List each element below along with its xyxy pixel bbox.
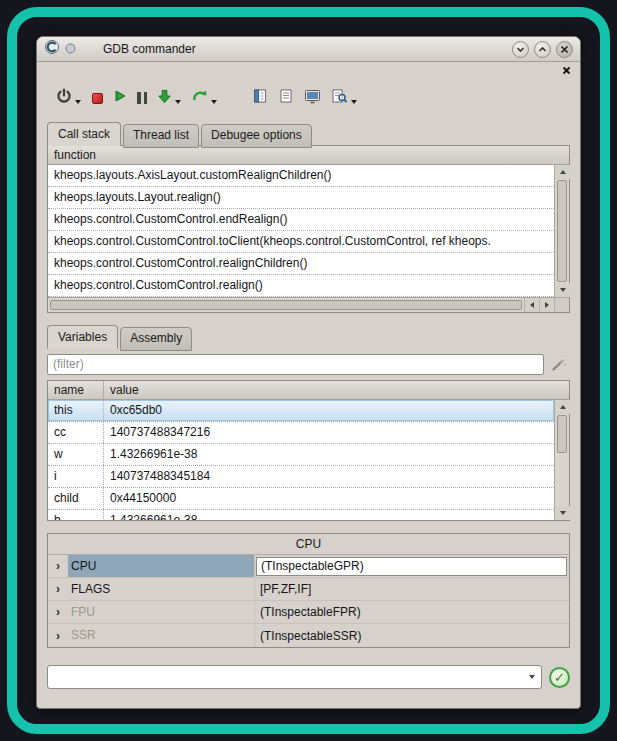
callstack-row[interactable]: kheops.layouts.Layout.realign() xyxy=(48,187,554,209)
scrollbar-track[interactable] xyxy=(555,454,569,506)
callstack-tabbar: Call stack Thread list Debugee options xyxy=(47,122,580,145)
tab-thread-list[interactable]: Thread list xyxy=(123,124,199,148)
column-header-value[interactable]: value xyxy=(104,381,145,399)
document-lines-icon xyxy=(278,88,294,108)
book-page-icon xyxy=(252,88,268,108)
variables-list: this 0xc65db0 cc 140737488347216 w 1.432… xyxy=(48,400,554,520)
expand-chevron-icon[interactable]: › xyxy=(48,601,68,623)
variable-value: 1.43266961e-38 xyxy=(104,510,554,520)
column-header-name[interactable]: name xyxy=(48,381,104,399)
power-icon xyxy=(56,88,72,108)
scroll-right-icon[interactable] xyxy=(539,298,554,312)
register-group-name[interactable]: CPU xyxy=(68,555,254,577)
combobox-dropdown-icon[interactable] xyxy=(523,666,541,688)
continue-dropdown-icon[interactable] xyxy=(211,100,217,104)
titlebar-menu-icon[interactable] xyxy=(65,40,76,58)
variable-row[interactable]: cc 140737488347216 xyxy=(48,422,554,444)
variable-name: w xyxy=(48,444,104,465)
tab-debugee-options[interactable]: Debugee options xyxy=(201,124,312,148)
variable-value: 1.43266961e-38 xyxy=(104,444,554,465)
register-group-name[interactable]: FPU xyxy=(68,601,254,623)
scrollbar-thumb[interactable] xyxy=(557,180,567,282)
scroll-down-icon[interactable] xyxy=(555,283,570,297)
find-magnifier-icon xyxy=(331,88,348,108)
power-dropdown-icon[interactable] xyxy=(75,100,81,104)
expand-chevron-icon[interactable]: › xyxy=(48,555,68,577)
callstack-row[interactable]: kheops.control.CustomControl.endRealign(… xyxy=(48,209,554,231)
filter-wand-icon[interactable] xyxy=(548,353,570,375)
debugger-toolbar xyxy=(37,80,580,116)
expand-chevron-icon[interactable]: › xyxy=(48,578,68,600)
gdb-commander-window: GDB commander xyxy=(36,36,581,709)
cpu-row[interactable]: › FLAGS [PF,ZF,IF] xyxy=(48,578,569,601)
register-group-value: (TInspectableFPR) xyxy=(254,601,569,623)
confirm-button[interactable]: ✓ xyxy=(549,667,570,688)
desktop-background: { "window": { "title": "GDB commander" }… xyxy=(0,0,617,741)
register-group-value: [PF,ZF,IF] xyxy=(254,578,569,600)
tab-call-stack[interactable]: Call stack xyxy=(47,122,121,146)
register-group-name[interactable]: FLAGS xyxy=(68,578,254,600)
shade-button[interactable] xyxy=(512,41,529,58)
variable-name: this xyxy=(48,400,104,421)
callstack-row[interactable]: kheops.control.CustomControl.toClient(kh… xyxy=(48,231,554,253)
register-group-value: (TInspectableSSR) xyxy=(254,624,569,647)
continue-curved-arrow-icon xyxy=(192,88,208,108)
run-button[interactable] xyxy=(111,86,129,110)
variable-name: cc xyxy=(48,422,104,443)
register-value-field[interactable]: (TInspectableGPR) xyxy=(256,557,567,576)
cpu-panel: CPU › CPU (TInspectableGPR) › FLAGS [PF,… xyxy=(47,533,570,648)
variables-vertical-scrollbar[interactable] xyxy=(554,400,569,520)
unshade-button[interactable] xyxy=(534,41,551,58)
stop-button[interactable] xyxy=(90,86,105,110)
cpu-row[interactable]: › CPU (TInspectableGPR) xyxy=(48,555,569,578)
callstack-horizontal-scrollbar[interactable] xyxy=(48,297,569,312)
step-dropdown-icon[interactable] xyxy=(175,100,181,104)
dock-close-button[interactable] xyxy=(562,61,571,79)
titlebar[interactable]: GDB commander xyxy=(37,37,580,62)
find-dropdown-icon[interactable] xyxy=(351,100,357,104)
step-button[interactable] xyxy=(155,86,184,110)
scroll-up-icon[interactable] xyxy=(555,400,570,414)
command-bar: ✓ xyxy=(47,665,570,689)
expand-chevron-icon[interactable]: › xyxy=(48,624,68,647)
stop-icon xyxy=(92,93,103,104)
cpu-panel-title: CPU xyxy=(48,534,569,555)
callstack-row[interactable]: kheops.layouts.AxisLayout.customRealignC… xyxy=(48,165,554,187)
variables-filter-row xyxy=(47,352,570,376)
cpu-row[interactable]: › SSR (TInspectableSSR) xyxy=(48,624,569,647)
scroll-left-icon[interactable] xyxy=(524,298,539,312)
dock-header xyxy=(37,62,580,78)
close-window-button[interactable] xyxy=(556,41,573,58)
pause-button[interactable] xyxy=(135,86,149,110)
scroll-up-icon[interactable] xyxy=(555,165,570,179)
command-input[interactable] xyxy=(48,670,523,684)
tab-assembly[interactable]: Assembly xyxy=(120,327,192,351)
step-down-arrow-icon xyxy=(157,89,172,108)
variable-value: 0x44150000 xyxy=(104,488,554,509)
variable-row[interactable]: b 1.43266961e-38 xyxy=(48,510,554,520)
variable-row[interactable]: i 140737488345184 xyxy=(48,466,554,488)
callstack-row[interactable]: kheops.control.CustomControl.realignChil… xyxy=(48,253,554,275)
column-header-function[interactable]: function xyxy=(48,146,102,164)
variables-panel: name value this 0xc65db0 cc 140737488347… xyxy=(47,380,570,521)
power-button[interactable] xyxy=(54,86,84,110)
callstack-vertical-scrollbar[interactable] xyxy=(554,165,569,297)
monitor-button[interactable] xyxy=(302,86,323,110)
callstack-list: kheops.layouts.AxisLayout.customRealignC… xyxy=(48,165,554,297)
tab-variables[interactable]: Variables xyxy=(47,325,118,349)
scrollbar-thumb[interactable] xyxy=(50,300,522,310)
filter-input[interactable] xyxy=(47,354,544,375)
register-group-name[interactable]: SSR xyxy=(68,624,254,647)
find-button[interactable] xyxy=(329,86,360,110)
variable-row[interactable]: w 1.43266961e-38 xyxy=(48,444,554,466)
command-combobox[interactable] xyxy=(47,665,542,689)
scrollbar-thumb[interactable] xyxy=(557,415,567,453)
callstack-row[interactable]: kheops.control.CustomControl.realign() xyxy=(48,275,554,297)
continue-button[interactable] xyxy=(190,86,220,110)
scroll-down-icon[interactable] xyxy=(555,506,570,520)
variable-row[interactable]: child 0x44150000 xyxy=(48,488,554,510)
variable-row[interactable]: this 0xc65db0 xyxy=(48,400,554,422)
list-button[interactable] xyxy=(276,86,296,110)
report-button[interactable] xyxy=(250,86,270,110)
cpu-row[interactable]: › FPU (TInspectableFPR) xyxy=(48,601,569,624)
